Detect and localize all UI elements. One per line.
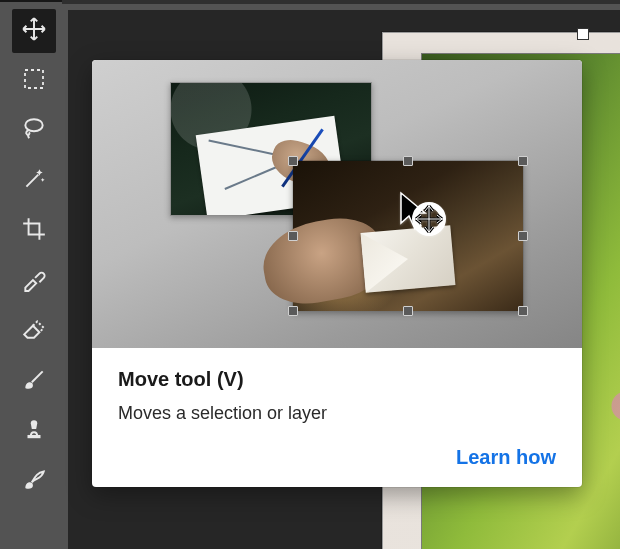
learn-how-link[interactable]: Learn how xyxy=(118,446,556,469)
selection-handle xyxy=(288,231,298,241)
svg-rect-0 xyxy=(25,70,43,88)
tool-marquee[interactable] xyxy=(12,59,56,103)
magic-wand-icon xyxy=(21,166,47,196)
move-cursor-icon xyxy=(395,189,455,249)
selection-handle xyxy=(518,306,528,316)
tooltip-title: Move tool (V) xyxy=(118,368,556,391)
tool-tooltip-card: Move tool (V) Moves a selection or layer… xyxy=(92,60,582,487)
tool-lasso[interactable] xyxy=(12,109,56,153)
tool-brush[interactable] xyxy=(12,359,56,403)
move-icon xyxy=(21,16,47,46)
selection-handle xyxy=(288,306,298,316)
options-bar xyxy=(62,0,620,4)
app-frame: Move tool (V) Moves a selection or layer… xyxy=(0,0,620,549)
brush-icon xyxy=(21,366,47,396)
crop-icon xyxy=(21,216,47,246)
transform-handle-top[interactable] xyxy=(577,28,589,40)
tooltip-thumbnail-2 xyxy=(292,160,524,312)
tooltip-hero xyxy=(92,60,582,348)
clone-stamp-icon xyxy=(21,416,47,446)
tool-crop[interactable] xyxy=(12,209,56,253)
tool-eraser[interactable] xyxy=(12,309,56,353)
selection-handle xyxy=(518,156,528,166)
eraser-icon xyxy=(21,316,47,346)
tooltip-description: Moves a selection or layer xyxy=(118,403,556,424)
tools-toolbar xyxy=(6,6,62,549)
tool-clone-stamp[interactable] xyxy=(12,409,56,453)
marquee-icon xyxy=(22,67,46,95)
tooltip-body: Move tool (V) Moves a selection or layer… xyxy=(92,348,582,487)
selection-handle xyxy=(518,231,528,241)
tool-magic-wand[interactable] xyxy=(12,159,56,203)
tool-history-brush[interactable] xyxy=(12,459,56,503)
history-brush-icon xyxy=(21,466,47,496)
selection-handle xyxy=(288,156,298,166)
tool-eyedropper[interactable] xyxy=(12,259,56,303)
lasso-icon xyxy=(21,116,47,146)
selection-handle xyxy=(403,156,413,166)
eyedropper-icon xyxy=(21,266,47,296)
tool-move[interactable] xyxy=(12,9,56,53)
selection-handle xyxy=(403,306,413,316)
